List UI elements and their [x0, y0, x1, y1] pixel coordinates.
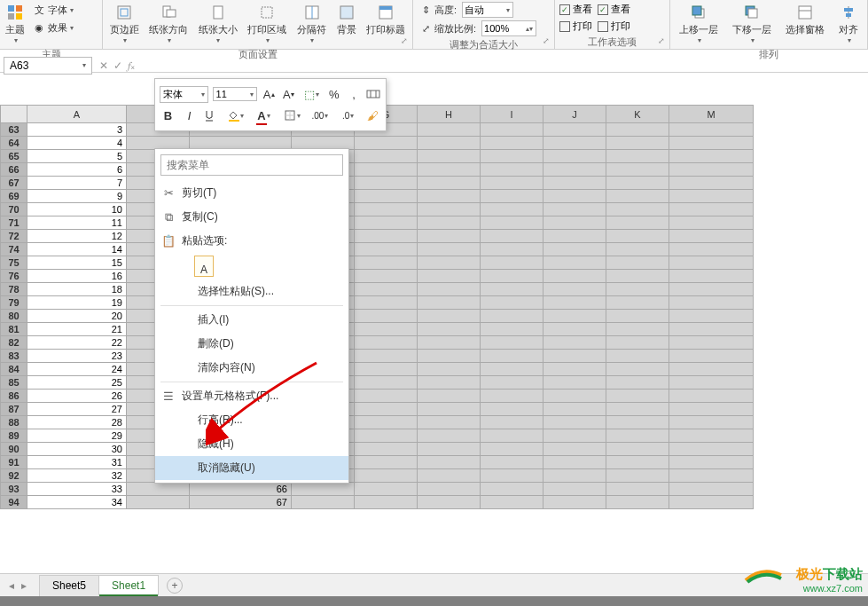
cell[interactable]: [355, 256, 418, 270]
cell[interactable]: 22: [27, 336, 127, 350]
cell[interactable]: 32: [27, 469, 127, 483]
font-color-button[interactable]: A▾: [252, 106, 276, 124]
col-header-A[interactable]: A: [27, 106, 127, 123]
font-family-combo[interactable]: 宋体▾: [160, 86, 208, 103]
cell[interactable]: [669, 137, 754, 150]
cell[interactable]: [606, 177, 669, 190]
cell[interactable]: [355, 496, 418, 509]
cell[interactable]: [292, 496, 355, 509]
cell[interactable]: [669, 177, 754, 190]
cell[interactable]: [543, 123, 606, 137]
cell[interactable]: 5: [27, 150, 127, 163]
name-box[interactable]: A63▾: [4, 57, 92, 75]
cell[interactable]: [606, 150, 669, 163]
borders-button[interactable]: ▾: [280, 106, 304, 124]
cell[interactable]: [418, 256, 481, 270]
theme-effects-button[interactable]: ◉效果▾: [30, 20, 75, 35]
cell[interactable]: [669, 363, 754, 376]
row-header-91[interactable]: 91: [1, 456, 27, 469]
cell[interactable]: [543, 190, 606, 203]
dialog-launcher[interactable]: ⤢: [541, 35, 551, 46]
cell[interactable]: [481, 137, 543, 150]
cell[interactable]: [418, 177, 481, 190]
cell[interactable]: 34: [27, 496, 127, 509]
cell[interactable]: [355, 310, 418, 323]
cell[interactable]: [418, 323, 481, 336]
cell[interactable]: [481, 496, 543, 509]
cell[interactable]: [481, 403, 543, 416]
cell[interactable]: 33: [27, 483, 127, 496]
cell[interactable]: [669, 216, 754, 230]
cell[interactable]: [355, 283, 418, 296]
cell[interactable]: [355, 363, 418, 376]
cell[interactable]: [481, 230, 543, 243]
cell[interactable]: [669, 230, 754, 243]
row-header-78[interactable]: 78: [1, 283, 27, 296]
cell[interactable]: [669, 456, 754, 469]
italic-button[interactable]: I: [181, 106, 198, 124]
cell[interactable]: [418, 243, 481, 256]
context-unhide[interactable]: 取消隐藏(U): [155, 456, 348, 480]
row-header-71[interactable]: 71: [1, 216, 27, 230]
cell[interactable]: [481, 483, 543, 496]
cell[interactable]: [669, 123, 754, 137]
increase-decimal-button[interactable]: .0▾: [336, 106, 360, 124]
percent-button[interactable]: %: [326, 85, 341, 103]
cell[interactable]: [543, 283, 606, 296]
size-button[interactable]: 纸张大小▾: [197, 2, 239, 46]
headings-print-check[interactable]: 打印: [597, 19, 631, 34]
cell[interactable]: [481, 390, 543, 403]
cell[interactable]: [669, 496, 754, 509]
cell[interactable]: [543, 443, 606, 456]
cell[interactable]: 9: [27, 190, 127, 203]
cell[interactable]: [355, 350, 418, 363]
cell[interactable]: [355, 443, 418, 456]
cell[interactable]: [606, 203, 669, 216]
cell[interactable]: 27: [27, 403, 127, 416]
cell[interactable]: [355, 323, 418, 336]
cell[interactable]: [355, 163, 418, 177]
context-insert[interactable]: 插入(I): [155, 308, 348, 332]
bold-button[interactable]: B: [160, 106, 176, 124]
cell[interactable]: [669, 403, 754, 416]
cell[interactable]: 4: [27, 137, 127, 150]
cell[interactable]: [669, 376, 754, 390]
increase-font-button[interactable]: A▴: [262, 85, 277, 103]
add-sheet-button[interactable]: +: [167, 578, 183, 594]
cell[interactable]: [606, 230, 669, 243]
print-titles-button[interactable]: 打印标题: [364, 2, 407, 38]
cell[interactable]: [606, 243, 669, 256]
bring-forward-button[interactable]: 上移一层▾: [677, 2, 720, 46]
cell[interactable]: [669, 469, 754, 483]
row-header-84[interactable]: 84: [1, 363, 27, 376]
row-header-90[interactable]: 90: [1, 443, 27, 456]
cell[interactable]: [669, 270, 754, 283]
cell[interactable]: [606, 336, 669, 350]
cell[interactable]: [418, 483, 481, 496]
cell[interactable]: 7: [27, 177, 127, 190]
cell[interactable]: [481, 123, 543, 137]
row-header-93[interactable]: 93: [1, 483, 27, 496]
cell[interactable]: [418, 496, 481, 509]
cell[interactable]: [543, 483, 606, 496]
context-search-input[interactable]: [160, 154, 343, 176]
cell[interactable]: [606, 123, 669, 137]
context-hide[interactable]: 隐藏(H): [155, 432, 348, 456]
cell[interactable]: [669, 203, 754, 216]
select-all-corner[interactable]: [1, 106, 27, 123]
format-painter-button[interactable]: 🖌: [364, 106, 381, 124]
cell[interactable]: 26: [27, 390, 127, 403]
cell[interactable]: [543, 150, 606, 163]
cell[interactable]: [355, 456, 418, 469]
row-header-70[interactable]: 70: [1, 203, 27, 216]
cell[interactable]: [481, 243, 543, 256]
cell[interactable]: [481, 283, 543, 296]
row-header-75[interactable]: 75: [1, 256, 27, 270]
cell[interactable]: [481, 190, 543, 203]
background-button[interactable]: 背景: [335, 2, 358, 38]
cell[interactable]: [418, 270, 481, 283]
cell[interactable]: [355, 390, 418, 403]
cell[interactable]: [481, 177, 543, 190]
row-header-86[interactable]: 86: [1, 390, 27, 403]
cell[interactable]: [481, 469, 543, 483]
